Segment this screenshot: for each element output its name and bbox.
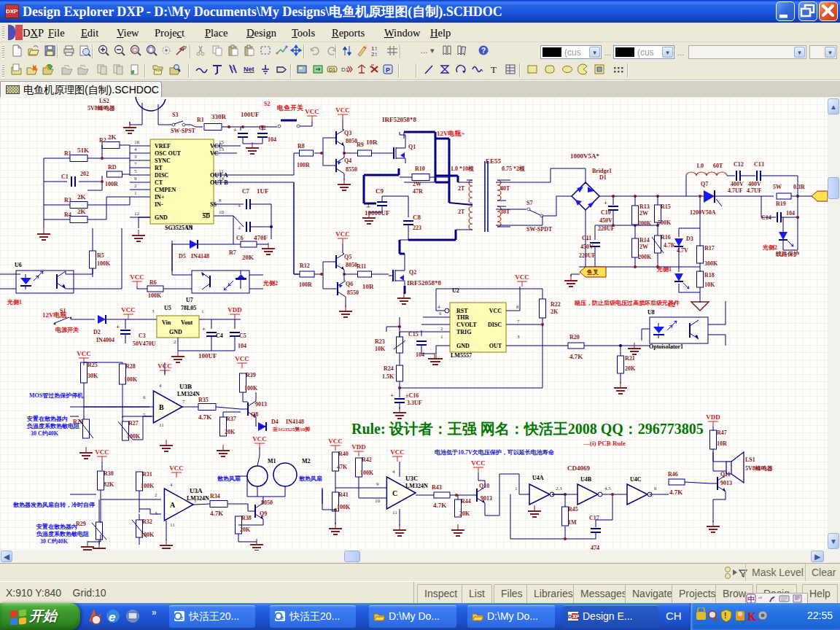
svg-text:LM324N: LM324N [187,495,209,502]
svg-text:1.0: 1.0 [696,163,704,169]
svg-text:4.7UF: 4.7UF [747,187,762,194]
svg-text:R7: R7 [229,249,236,256]
svg-text:10R: 10R [362,283,374,290]
svg-text:至SG3525第10脚: 至SG3525第10脚 [272,427,310,432]
svg-text:U5: U5 [164,305,171,311]
svg-text:e: e [280,614,284,621]
svg-text:电源开关: 电源开关 [55,327,79,333]
svg-text:11: 11 [219,168,224,174]
svg-text:100K: 100K [124,376,138,383]
svg-text:200K: 200K [638,254,652,260]
svg-text:U1: U1 [186,225,193,231]
svg-text:4: 4 [392,469,395,475]
svg-text:51K: 51K [77,147,89,154]
svg-text:IN4004: IN4004 [96,337,114,343]
svg-text:R11: R11 [357,263,366,270]
svg-text:R1: R1 [197,117,204,123]
svg-text:500K: 500K [658,219,672,226]
svg-text:14: 14 [219,176,225,182]
svg-text:100K: 100K [337,504,351,510]
svg-text:30 C约40K: 30 C约40K [31,430,59,437]
svg-text:S7: S7 [526,200,532,206]
svg-text:CMPEN: CMPEN [155,187,176,193]
svg-text:VCC: VCC [305,108,319,115]
svg-text:D5: D5 [179,253,186,260]
svg-text:VCC: VCC [335,106,350,114]
svg-text:GND: GND [155,214,168,221]
svg-text:1: 1 [201,308,204,314]
svg-text:VCC: VCC [335,230,350,238]
svg-text:U3C: U3C [405,475,419,482]
svg-text:1.5K: 1.5K [382,373,394,380]
svg-text:M1: M1 [268,458,276,464]
svg-text:鱼叉: 鱼叉 [586,269,599,276]
svg-text:Vin: Vin [162,319,171,326]
svg-text:Rule: 设计者：王强 网名：快活王2008 QQ：2: Rule: 设计者：王强 网名：快活王2008 QQ：296773805 [351,421,704,437]
svg-text:R18: R18 [704,272,715,279]
svg-text:2: 2 [440,326,443,332]
svg-text:B: B [159,403,164,411]
svg-text:光侧2: 光侧2 [762,244,777,251]
svg-text:R19: R19 [776,201,786,207]
svg-text:7: 7 [517,319,520,324]
svg-text:C6: C6 [236,235,244,241]
svg-text:Q4: Q4 [344,158,351,164]
svg-text:8550: 8550 [347,289,359,296]
svg-text:9: 9 [134,176,137,182]
svg-text:R28: R28 [125,363,136,370]
svg-text:3.3UF: 3.3UF [407,400,422,406]
svg-text:R46: R46 [668,471,678,478]
svg-text:7: 7 [182,399,185,405]
svg-text:R17: R17 [704,245,715,252]
svg-text:+: + [202,325,206,332]
svg-text:4: 4 [438,304,440,310]
svg-text:+: + [604,199,607,206]
svg-text:104: 104 [786,210,795,217]
svg-text:10: 10 [219,209,225,215]
svg-text:R31: R31 [142,471,152,478]
svg-text:IN-: IN- [155,201,163,208]
svg-text:+: + [116,323,120,330]
svg-text:20K: 20K [242,254,254,261]
svg-text:Net: Net [244,66,254,73]
svg-text:IN4148: IN4148 [286,419,304,425]
svg-text:C2: C2 [668,302,675,308]
svg-text:SYNC: SYNC [155,158,171,164]
svg-text:?: ? [481,47,486,55]
svg-text:R38: R38 [241,515,252,521]
svg-text:450V: 450V [580,244,594,250]
svg-text:SD: SD [203,213,210,219]
svg-text:e: e [179,614,183,621]
svg-text:2W: 2W [413,181,421,187]
svg-text:Q1: Q1 [408,144,416,150]
svg-text:R30: R30 [104,470,114,477]
svg-text:Optoisolator1: Optoisolator1 [649,343,683,350]
svg-text:C11: C11 [582,235,591,241]
svg-text:10K: 10K [704,281,715,288]
svg-text:e: e [109,610,115,624]
svg-text:OUT: OUT [489,343,502,349]
svg-text:VCC: VCC [95,448,109,456]
svg-text:Vout: Vout [181,319,192,326]
svg-text:C7: C7 [242,188,249,195]
svg-text:U8: U8 [648,309,655,316]
svg-text:Q2: Q2 [409,269,416,276]
svg-text:2: 2 [155,492,158,498]
svg-text:4.7K: 4.7K [664,242,676,249]
svg-text:2K: 2K [77,208,86,215]
svg-text:VDD: VDD [351,443,366,451]
svg-text:8050: 8050 [261,499,273,506]
svg-text:8: 8 [516,304,519,310]
svg-text:VCC: VCC [471,459,486,467]
svg-text:R44: R44 [461,498,471,505]
svg-text:R13: R13 [639,203,650,210]
svg-text:—(i) PCB Rule: —(i) PCB Rule [583,440,626,447]
svg-text:R10: R10 [415,166,425,172]
svg-text:DISC: DISC [488,322,502,328]
svg-text:R8: R8 [298,143,305,149]
svg-text:IN4148: IN4148 [191,253,209,260]
svg-text:4.7K: 4.7K [210,510,223,517]
svg-text:13: 13 [219,147,225,152]
svg-text:2T: 2T [458,185,465,192]
svg-text:SW-SPST: SW-SPST [171,128,196,134]
